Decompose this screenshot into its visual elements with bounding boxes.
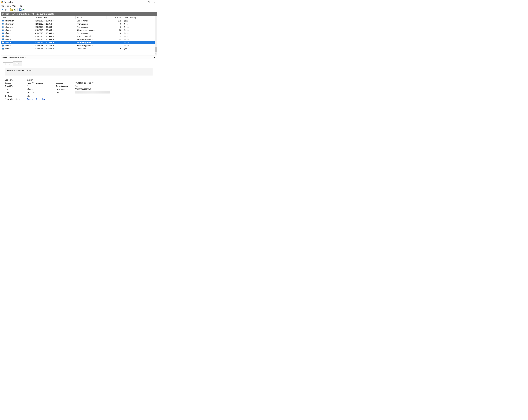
cell-level: Information [1, 19, 34, 23]
cell-event-id: 98 [106, 29, 123, 32]
table-row[interactable]: Information 4/10/2018 12:10:34 PM Ntfs (… [1, 29, 155, 32]
event-message: Hypervisor scheduler type is 0x2. [5, 68, 153, 76]
svg-rect-30 [3, 39, 3, 40]
label-task: Task Category: [56, 85, 74, 87]
blurred-computer-name [75, 91, 110, 93]
value-log-name: System [27, 79, 114, 81]
table-row[interactable]: Information 4/10/2018 12:10:34 PM Filter… [1, 32, 155, 35]
minimize-button[interactable] [140, 0, 146, 4]
back-button[interactable] [1, 8, 4, 11]
scroll-down-button[interactable]: ▾ [155, 52, 157, 55]
cell-level: Information [1, 29, 34, 32]
value-event-id: 2 [27, 85, 55, 87]
cell-task: None [123, 29, 155, 32]
information-icon [2, 32, 4, 34]
cell-source: Kernel-Power [75, 19, 106, 23]
col-event-id[interactable]: Event ID [106, 16, 123, 19]
menu-view[interactable]: View [12, 5, 16, 7]
cell-event-id: 129 [106, 38, 123, 41]
col-level[interactable]: Level [1, 16, 34, 19]
maximize-icon [148, 1, 149, 3]
tab-general[interactable]: General [3, 62, 13, 66]
help-button[interactable]: ? [19, 8, 22, 11]
cell-level: Information [1, 32, 34, 35]
table-row[interactable]: Information 4/10/2018 12:10:35 PM Filter… [1, 25, 155, 29]
maximize-button[interactable] [146, 0, 152, 4]
svg-rect-43 [3, 48, 3, 48]
forward-button[interactable] [4, 8, 8, 11]
cell-task: None [123, 41, 155, 44]
cell-level: Information [1, 47, 34, 50]
cell-date: 4/10/2018 12:10:33 PM [34, 35, 75, 38]
detail-close-button[interactable]: ✕ [154, 56, 156, 59]
label-keywords: Keywords: [56, 88, 74, 90]
svg-rect-39 [3, 45, 3, 45]
events-table[interactable]: Level Date and Time Source Event ID Task… [1, 16, 155, 50]
information-icon [2, 47, 4, 50]
close-icon [154, 1, 156, 3]
table-row[interactable]: Information 4/10/2018 12:10:33 PM Hyper-… [1, 38, 155, 41]
label-logged: Logged: [56, 82, 74, 84]
label-event-id: Event ID: [5, 85, 26, 87]
scroll-up-button[interactable]: ▴ [155, 16, 157, 18]
cell-event-id: 2 [106, 41, 123, 44]
cell-date: 4/10/2018 12:10:35 PM [34, 22, 75, 25]
events-panel: System Number of events: 3,179 (!) New e… [1, 12, 157, 55]
vertical-scrollbar[interactable]: ▴ ▾ [155, 16, 157, 55]
value-source: Hyper-V-Hypervisor [27, 82, 55, 84]
col-date[interactable]: Date and Time [34, 16, 75, 19]
refresh-button[interactable] [22, 8, 25, 11]
cell-source: Ntfs (Microsoft-Wind... [75, 29, 106, 32]
svg-rect-15 [3, 26, 3, 27]
events-table-wrap: Level Date and Time Source Event ID Task… [1, 16, 157, 55]
svg-rect-23 [3, 33, 3, 33]
cell-date: 4/10/2018 12:10:33 PM [34, 41, 75, 44]
cell-event-id: 6 [106, 22, 123, 25]
cell-date: 4/10/2018 12:10:34 PM [34, 32, 75, 35]
cell-task: None [123, 38, 155, 41]
toolbar-separator [17, 9, 18, 11]
col-task[interactable]: Task Category [123, 16, 155, 19]
properties-button[interactable] [13, 8, 16, 11]
table-row[interactable]: Information 4/10/2018 12:10:35 PM Filter… [1, 22, 155, 25]
cell-task: (32) [123, 47, 155, 50]
menu-action[interactable]: Action [6, 5, 11, 7]
menu-file[interactable]: File [1, 5, 4, 7]
link-event-log-help[interactable]: Event Log Online Help [27, 98, 45, 100]
table-row[interactable]: Information 4/10/2018 12:10:36 PM Kernel… [1, 19, 155, 23]
cell-task: None [123, 44, 155, 47]
open-log-button[interactable] [10, 8, 13, 11]
cell-task: None [123, 22, 155, 25]
svg-rect-31 [3, 39, 3, 39]
close-button[interactable] [152, 0, 157, 4]
svg-rect-14 [3, 27, 3, 27]
information-icon [2, 20, 4, 22]
log-name-label: System [2, 13, 9, 15]
information-icon [2, 38, 4, 41]
menu-help[interactable]: Help [18, 5, 22, 7]
cell-event-id: 25 [106, 47, 123, 50]
cell-event-id: 1 [106, 44, 123, 47]
table-row[interactable]: Information 4/10/2018 12:10:33 PM Hyper-… [1, 44, 155, 47]
cell-source: FilterManager [75, 32, 106, 35]
svg-rect-38 [3, 46, 3, 46]
cell-task: None [123, 25, 155, 29]
cell-level: Information [1, 25, 34, 29]
label-more-info: More Information: [5, 98, 26, 100]
cell-source: FilterManager [75, 22, 106, 25]
svg-rect-22 [3, 33, 3, 34]
cell-task: None [123, 32, 155, 35]
scroll-thumb[interactable] [155, 47, 157, 52]
cell-level: Information [1, 35, 34, 38]
col-source[interactable]: Source [75, 16, 106, 19]
table-row[interactable]: Information 4/10/2018 12:10:33 PM Hyper-… [1, 41, 155, 44]
table-header-row: Level Date and Time Source Event ID Task… [1, 16, 155, 19]
tab-details[interactable]: Details [13, 61, 22, 66]
label-source: Source: [5, 82, 26, 84]
svg-rect-10 [3, 24, 3, 24]
help-icon: ? [19, 9, 22, 11]
cell-level: Information [1, 44, 34, 47]
value-logged: 4/10/2018 12:10:33 PM [75, 82, 114, 84]
table-row[interactable]: Information 4/10/2018 12:10:33 PM Isolat… [1, 35, 155, 38]
table-row[interactable]: Information 4/10/2018 12:10:33 PM Kernel… [1, 47, 155, 50]
